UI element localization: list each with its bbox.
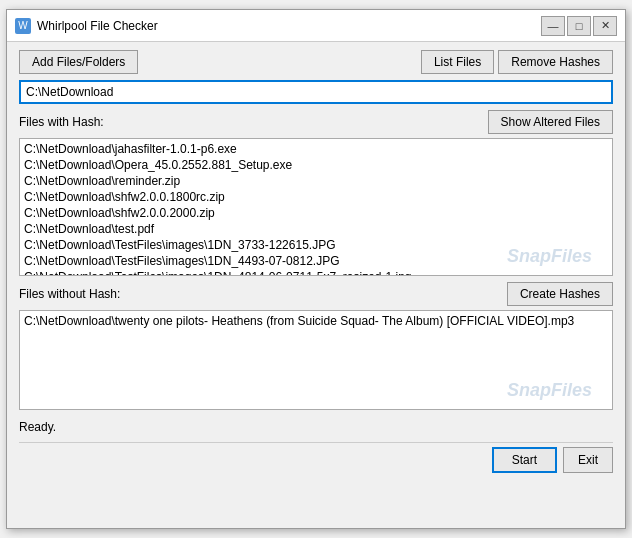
show-altered-button[interactable]: Show Altered Files (488, 110, 613, 134)
files-with-hash-list[interactable]: C:\NetDownload\jahasfilter-1.0.1-p6.exe … (19, 138, 613, 276)
files-with-hash-label: Files with Hash: (19, 115, 104, 129)
window-content: Add Files/Folders List Files Remove Hash… (7, 42, 625, 528)
title-bar: W Whirlpool File Checker — □ ✕ (7, 10, 625, 42)
start-button[interactable]: Start (492, 447, 557, 473)
list-item: C:\NetDownload\shfw2.0.0.2000.zip (24, 205, 608, 221)
main-window: W Whirlpool File Checker — □ ✕ Add Files… (6, 9, 626, 529)
list-item: C:\NetDownload\jahasfilter-1.0.1-p6.exe (24, 141, 608, 157)
window-controls: — □ ✕ (541, 16, 617, 36)
list-item: C:\NetDownload\TestFiles\images\1DN_4814… (24, 269, 608, 276)
status-bar: Ready. (19, 416, 613, 436)
close-button[interactable]: ✕ (593, 16, 617, 36)
path-input[interactable] (19, 80, 613, 104)
files-without-hash-list[interactable]: C:\NetDownload\twenty one pilots- Heathe… (19, 310, 613, 410)
bottom-toolbar: Start Exit (19, 442, 613, 477)
list-item: C:\NetDownload\test.pdf (24, 221, 608, 237)
create-hashes-button[interactable]: Create Hashes (507, 282, 613, 306)
files-with-hash-header: Files with Hash: Show Altered Files (19, 110, 613, 134)
maximize-button[interactable]: □ (567, 16, 591, 36)
list-item: C:\NetDownload\reminder.zip (24, 173, 608, 189)
list-files-button[interactable]: List Files (421, 50, 494, 74)
status-text: Ready. (19, 420, 56, 434)
app-icon: W (15, 18, 31, 34)
minimize-button[interactable]: — (541, 16, 565, 36)
list-item: C:\NetDownload\shfw2.0.0.1800rc.zip (24, 189, 608, 205)
files-without-hash-section: Files without Hash: Create Hashes C:\Net… (19, 282, 613, 410)
exit-button[interactable]: Exit (563, 447, 613, 473)
list-item: C:\NetDownload\TestFiles\images\1DN_4493… (24, 253, 608, 269)
files-without-hash-label: Files without Hash: (19, 287, 120, 301)
add-files-button[interactable]: Add Files/Folders (19, 50, 138, 74)
list-item: C:\NetDownload\Opera_45.0.2552.881_Setup… (24, 157, 608, 173)
watermark: SnapFiles (507, 380, 592, 401)
remove-hashes-button[interactable]: Remove Hashes (498, 50, 613, 74)
toolbar-right: List Files Remove Hashes (421, 50, 613, 74)
window-title: Whirlpool File Checker (37, 19, 541, 33)
list-item: C:\NetDownload\twenty one pilots- Heathe… (24, 313, 608, 329)
list-item: C:\NetDownload\TestFiles\images\1DN_3733… (24, 237, 608, 253)
files-with-hash-section: Files with Hash: Show Altered Files C:\N… (19, 110, 613, 276)
files-without-hash-header: Files without Hash: Create Hashes (19, 282, 613, 306)
top-toolbar: Add Files/Folders List Files Remove Hash… (19, 50, 613, 74)
